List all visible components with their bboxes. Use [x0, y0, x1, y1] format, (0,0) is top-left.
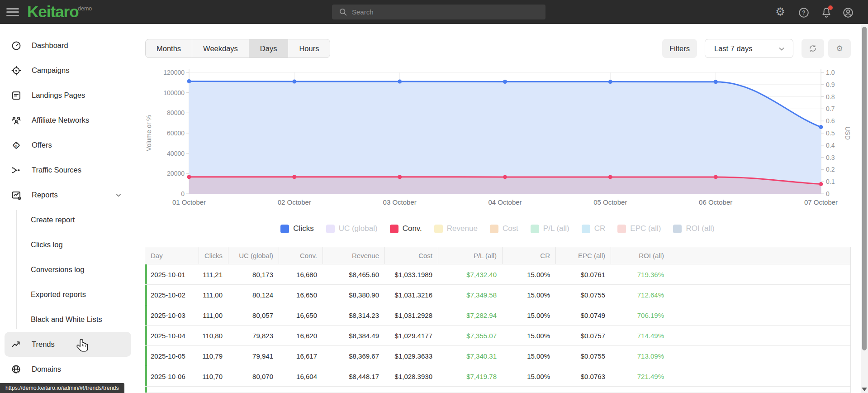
search-input[interactable]	[352, 5, 542, 19]
menu-toggle-icon[interactable]	[6, 6, 20, 18]
legend-item-cost[interactable]: Cost	[490, 224, 518, 233]
column-header-conv-[interactable]: Conv.	[279, 247, 323, 264]
svg-text:0: 0	[826, 190, 830, 197]
column-header-cr[interactable]: CR	[502, 247, 555, 264]
sidebar-item-domains[interactable]: Domains	[5, 357, 131, 382]
sidebar-subitem-clicks-log[interactable]: Clicks log	[0, 232, 136, 257]
sidebar-item-campaigns[interactable]: Campaigns	[5, 58, 131, 83]
scrollbar[interactable]	[861, 24, 868, 393]
affiliate-networks-icon	[11, 115, 22, 126]
cell-revenue: $8,465.60	[323, 264, 384, 284]
sidebar-item-traffic-sources[interactable]: Traffic Sources	[5, 158, 131, 182]
sidebar-subitem-black-and-white-lists[interactable]: Black and White Lists	[0, 307, 136, 332]
sidebar-item-dashboard[interactable]: Dashboard	[5, 33, 131, 58]
cell-p-l-all-: $7,349.58	[438, 285, 502, 305]
refresh-button[interactable]	[802, 39, 824, 58]
column-header-revenue[interactable]: Revenue	[323, 247, 384, 264]
cell-roi-all-: 714.49%	[611, 326, 669, 345]
gear-icon: ⚙	[836, 44, 843, 53]
sidebar-item-affiliate-networks[interactable]: Affiliate Networks	[5, 108, 131, 133]
column-header-roi-all-[interactable]: ROI (all)	[611, 247, 669, 264]
legend-item-cr[interactable]: CR	[582, 224, 606, 233]
svg-text:06 October: 06 October	[699, 198, 732, 206]
sidebar-subitem-create-report[interactable]: Create report	[0, 207, 136, 232]
column-header-day[interactable]: Day	[145, 247, 199, 264]
svg-text:60000: 60000	[167, 129, 185, 137]
cell-epc-all-: $0.0757	[555, 326, 611, 345]
scrollbar-thumb[interactable]	[862, 27, 867, 350]
cell-cost: $1,029.3633	[384, 346, 438, 366]
cell-filler	[669, 387, 850, 393]
legend-label: P/L (all)	[543, 224, 569, 233]
chart-settings-button[interactable]: ⚙	[828, 39, 851, 58]
date-range-select[interactable]: Last 7 days	[705, 39, 793, 58]
table-header-row: DayClicksUC (global)Conv.RevenueCostP/L …	[145, 247, 850, 264]
cell-cr: 15.00%	[502, 305, 555, 325]
legend-item-revenue[interactable]: Revenue	[434, 224, 478, 233]
column-header-epc-all-[interactable]: EPC (all)	[555, 247, 611, 264]
tab-weekdays[interactable]: Weekdays	[192, 39, 249, 58]
legend-item-p-l-all-[interactable]: P/L (all)	[531, 224, 569, 233]
sidebar-item-label: Dashboard	[32, 41, 68, 50]
svg-text:0.5: 0.5	[826, 129, 835, 137]
cell-conv-: 16,617	[279, 346, 323, 366]
tab-hours[interactable]: Hours	[288, 39, 330, 58]
legend-item-conv-[interactable]: Conv.	[390, 224, 422, 233]
sidebar-item-trends[interactable]: Trends	[5, 332, 131, 357]
tab-days[interactable]: Days	[249, 39, 288, 58]
column-header-clicks[interactable]: Clicks	[199, 247, 228, 264]
cell-cost: $1,029.4177	[384, 326, 438, 345]
help-icon[interactable]: ?	[798, 7, 810, 19]
svg-text:Volume or %: Volume or %	[145, 115, 152, 151]
environment-label: demo	[78, 5, 92, 12]
legend-item-uc-global-[interactable]: UC (global)	[326, 224, 378, 233]
cell-revenue: $8,369.67	[323, 346, 384, 366]
keitaro-logo[interactable]: Keitaro	[27, 3, 79, 21]
campaigns-icon	[11, 65, 22, 76]
svg-text:0.3: 0.3	[826, 154, 835, 161]
cell-clicks: 110,79	[199, 346, 228, 366]
cell-epc-all-: $0.0755	[555, 346, 611, 366]
user-avatar-icon[interactable]	[842, 7, 854, 19]
svg-text:07 October: 07 October	[804, 198, 838, 206]
cell-conv-: 16,680	[279, 264, 323, 284]
status-url-tooltip: https://demo.keitaro.io/admin/#!/trends/…	[0, 383, 124, 393]
sidebar-item-offers[interactable]: $ Offers	[5, 133, 131, 158]
legend-item-clicks[interactable]: Clicks	[280, 224, 313, 233]
cell-day: 2025-10-01	[145, 264, 199, 284]
notifications-bell-icon[interactable]	[821, 7, 832, 19]
svg-text:100000: 100000	[163, 89, 185, 96]
sidebar-item-landing-pages[interactable]: Landings Pages	[5, 83, 131, 108]
cell-epc-all-: $0.0761	[555, 264, 611, 284]
cell-clicks: 110,6	[199, 387, 228, 393]
filters-button[interactable]: Filters	[662, 39, 697, 58]
cell-filler	[669, 305, 850, 325]
column-header-uc-global-[interactable]: UC (global)	[228, 247, 279, 264]
sidebar-item-reports[interactable]: Reports	[5, 182, 131, 207]
table-row: 2025-10-06110,7080,07016,604$8,448.17$1,…	[145, 366, 850, 387]
column-header-p-l-all-[interactable]: P/L (all)	[438, 247, 502, 264]
sidebar-subitem-conversions-log[interactable]: Conversions log	[0, 257, 136, 282]
scrollbar-down-arrow[interactable]	[862, 388, 867, 391]
legend-label: Conv.	[403, 224, 422, 233]
table-row: 2025-10-02111,0080,12416,650$8,380.90$1,…	[145, 285, 850, 305]
sidebar-subitem-exported-reports[interactable]: Exported reports	[0, 282, 136, 307]
cell-cost: $1,028.3930	[384, 366, 438, 386]
settings-gear-icon[interactable]: ⚙	[774, 6, 786, 18]
svg-text:1.0: 1.0	[826, 69, 835, 76]
legend-item-roi-all-[interactable]: ROI (all)	[673, 224, 714, 233]
legend-item-epc-all-[interactable]: EPC (all)	[617, 224, 661, 233]
legend-label: Cost	[503, 224, 518, 233]
svg-text:02 October: 02 October	[278, 198, 311, 206]
topbar: Keitaro demo ⚙ ?	[0, 0, 868, 24]
cell-cr: 15.00%	[502, 326, 555, 345]
legend-swatch	[390, 225, 398, 233]
column-header-cost[interactable]: Cost	[384, 247, 438, 264]
cell-filler	[669, 264, 850, 284]
refresh-icon	[808, 43, 818, 53]
svg-text:0: 0	[181, 190, 185, 197]
table-row: 2025-10-07110,679,8616,59$8,401.12$1,028…	[145, 387, 850, 393]
cell-epc-all-: $0.0758	[555, 387, 611, 393]
tab-months[interactable]: Months	[146, 39, 192, 58]
cell-clicks: 111,00	[199, 305, 228, 325]
